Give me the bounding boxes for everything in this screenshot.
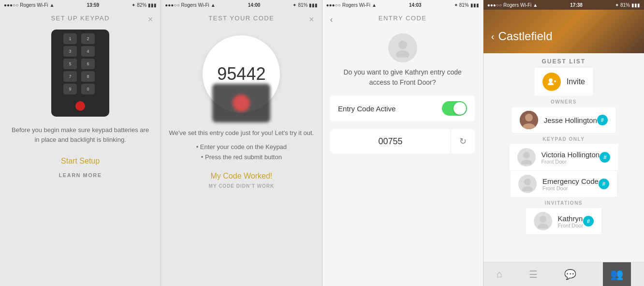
guest-row-victoria[interactable]: Victoria Hollington Front Door # bbox=[510, 144, 618, 171]
bottom-tab-bar: ⌂ ☰ 💬 👥 bbox=[483, 262, 644, 286]
blurred-keypad bbox=[212, 84, 270, 122]
jesse-avatar bbox=[520, 111, 538, 129]
castlefield-back-button[interactable]: ‹ bbox=[491, 31, 495, 42]
invite-icon bbox=[542, 73, 561, 91]
svg-point-9 bbox=[521, 160, 532, 165]
my-code-worked-button[interactable]: My Code Worked! bbox=[211, 172, 273, 181]
august-logo-icon bbox=[75, 101, 85, 111]
entry-code-active-label: Entry Code Active bbox=[338, 105, 395, 113]
guest-row-emergency[interactable]: Emergency Code Front Door # bbox=[511, 171, 617, 197]
jesse-name: Jesse Hollington bbox=[544, 116, 597, 124]
panel2-close-button[interactable]: × bbox=[309, 15, 314, 25]
svg-point-13 bbox=[538, 224, 548, 228]
battery-4: ✦ 81% ▮▮▮ bbox=[615, 2, 640, 8]
code-input-row: 00755 ↻ bbox=[330, 129, 475, 153]
guest-row-kathryn[interactable]: Kathryn Front Door # bbox=[526, 208, 602, 235]
entry-code-toggle[interactable] bbox=[442, 101, 467, 116]
emergency-sublabel: Front Door bbox=[542, 185, 599, 191]
key-8: 8 bbox=[81, 71, 95, 82]
invite-label: Invite bbox=[567, 77, 585, 86]
panel1-close-button[interactable]: × bbox=[148, 15, 153, 25]
svg-point-2 bbox=[549, 78, 553, 82]
code-input-value[interactable]: 00755 bbox=[330, 131, 451, 152]
refresh-code-button[interactable]: ↻ bbox=[451, 129, 475, 153]
tab-people-active[interactable]: 👥 bbox=[603, 262, 631, 286]
battery-icon: ▮▮▮ bbox=[148, 2, 157, 8]
start-setup-button[interactable]: Start Setup bbox=[61, 157, 100, 166]
panel-setup-keypad: ●●●○○ Rogers Wi-Fi ▲ 13:59 ✦ 82% ▮▮▮ SET… bbox=[0, 0, 161, 286]
kathryn-badge: # bbox=[583, 216, 594, 226]
key-6: 6 bbox=[81, 59, 95, 69]
my-code-didnt-work-button[interactable]: MY CODE DIDN'T WORK bbox=[209, 183, 275, 189]
key-1: 1 bbox=[63, 33, 77, 44]
bluetooth-icon-4: ✦ bbox=[615, 2, 619, 8]
entry-code-active-row: Entry Code Active bbox=[330, 95, 475, 121]
svg-point-10 bbox=[524, 179, 531, 185]
learn-more-button[interactable]: LEARN MORE bbox=[59, 172, 102, 178]
entry-code-question: Do you want to give Kathryn entry code a… bbox=[322, 67, 483, 88]
jesse-info: Jesse Hollington bbox=[544, 116, 597, 124]
signal-icon-3: ▲ bbox=[372, 2, 377, 8]
panel1-header: SET UP KEYPAD × bbox=[0, 10, 161, 26]
bluetooth-icon-3: ✦ bbox=[454, 2, 458, 8]
carrier-3: ●●●○○ Rogers Wi-Fi ▲ bbox=[326, 2, 377, 8]
victoria-avatar bbox=[517, 148, 536, 166]
victoria-sublabel: Front Door bbox=[542, 159, 600, 165]
battery-icon-3: ▮▮▮ bbox=[470, 2, 479, 8]
kathryn-sublabel: Front Door bbox=[558, 223, 584, 228]
panel-test-code: ●●●○○ Rogers Wi-Fi ▲ 14:00 ✦ 81% ▮▮▮ TES… bbox=[161, 0, 322, 286]
kathryn-avatar bbox=[534, 212, 552, 230]
entry-code-back-button[interactable]: ‹ bbox=[330, 15, 333, 25]
tab-home-icon[interactable]: ⌂ bbox=[497, 269, 502, 280]
time-4: 17:38 bbox=[570, 2, 583, 8]
test-instructions: We've set this entry code just for you! … bbox=[161, 122, 322, 168]
blurred-red-button bbox=[233, 94, 250, 112]
person-icon bbox=[393, 38, 412, 58]
key-7: 7 bbox=[63, 71, 77, 82]
panel-entry-code: ●●●○○ Rogers Wi-Fi ▲ 14:03 ✦ 81% ▮▮▮ ‹ E… bbox=[322, 0, 483, 286]
emergency-info: Emergency Code Front Door bbox=[542, 177, 599, 191]
signal-icon-4: ▲ bbox=[533, 2, 538, 8]
panel-guest-list: ●●●○○ Rogers Wi-Fi ▲ 17:38 ✦ 81% ▮▮▮ ‹ C… bbox=[483, 0, 644, 286]
wifi-icon: ●●●○○ bbox=[4, 2, 18, 8]
emergency-name: Emergency Code bbox=[542, 177, 599, 185]
tab-list-icon[interactable]: ☰ bbox=[529, 269, 538, 280]
key-9: 9 bbox=[63, 84, 77, 94]
time-2: 14:00 bbox=[248, 2, 261, 8]
key-0: 0 bbox=[81, 84, 95, 94]
code-display-area: 95442 bbox=[161, 26, 322, 122]
guest-list-title: GUEST LIST bbox=[542, 53, 586, 68]
carrier-4: ●●●○○ Rogers Wi-Fi ▲ bbox=[487, 2, 538, 8]
svg-point-12 bbox=[540, 216, 546, 223]
victoria-avatar-icon bbox=[519, 150, 534, 165]
instruction-press: • Press the red submit button bbox=[169, 152, 314, 163]
owners-section-label: OWNERS bbox=[551, 96, 577, 106]
keypad-grid: 1 2 3 4 5 6 7 8 9 0 bbox=[63, 33, 97, 94]
toggle-knob bbox=[454, 102, 466, 115]
wifi-icon-4: ●●●○○ bbox=[487, 2, 502, 8]
time-3: 14:03 bbox=[409, 2, 422, 8]
invite-row[interactable]: Invite bbox=[535, 68, 593, 96]
kathryn-avatar-icon bbox=[536, 214, 550, 228]
person-add-icon bbox=[547, 77, 556, 87]
emergency-avatar bbox=[518, 175, 537, 193]
battery-1: ✦ 82% ▮▮▮ bbox=[132, 2, 157, 8]
invitations-section-label: INVITATIONS bbox=[545, 197, 583, 208]
svg-point-0 bbox=[398, 41, 407, 49]
instruction-enter: • Enter your code on the Keypad bbox=[169, 142, 314, 152]
status-bar-2: ●●●○○ Rogers Wi-Fi ▲ 14:00 ✦ 81% ▮▮▮ bbox=[161, 0, 322, 10]
battery-2: ✦ 81% ▮▮▮ bbox=[293, 2, 318, 8]
key-4: 4 bbox=[81, 46, 95, 57]
panel3-title: ENTRY CODE bbox=[379, 15, 427, 22]
wifi-icon-2: ●●●○○ bbox=[165, 2, 179, 8]
guest-row-jesse[interactable]: Jesse Hollington # bbox=[512, 107, 615, 134]
signal-icon-2: ▲ bbox=[211, 2, 216, 8]
tab-chat-icon[interactable]: 💬 bbox=[564, 269, 576, 280]
instruction-intro: We've set this entry code just for you! … bbox=[169, 128, 314, 138]
tab-people-icon: 👥 bbox=[610, 268, 623, 281]
panel1-title: SET UP KEYPAD bbox=[51, 15, 109, 22]
emergency-avatar-icon bbox=[520, 177, 535, 191]
svg-point-8 bbox=[523, 152, 530, 159]
keypad-image: 1 2 3 4 5 6 7 8 9 0 bbox=[51, 30, 109, 117]
time-1: 13:59 bbox=[87, 2, 100, 8]
